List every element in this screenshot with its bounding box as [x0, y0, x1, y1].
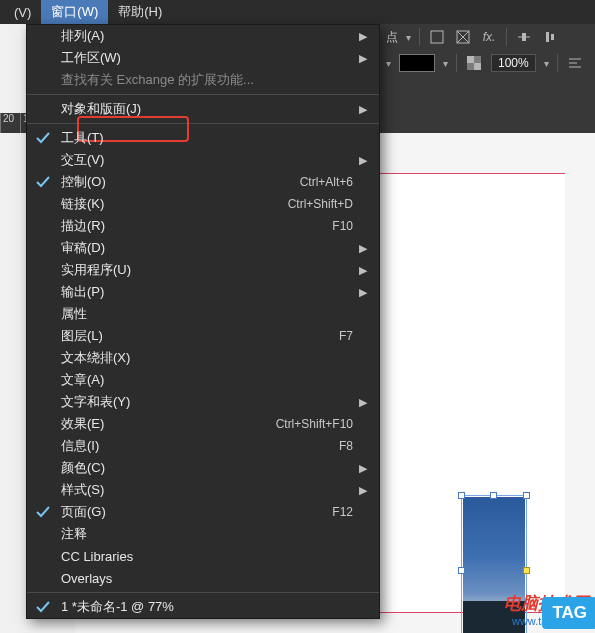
menu-item[interactable]: 颜色(C)▶: [27, 457, 379, 479]
submenu-arrow-icon: ▶: [359, 396, 367, 409]
submenu-arrow-icon: ▶: [359, 30, 367, 43]
menu-item[interactable]: CC Libraries: [27, 545, 379, 567]
menu-item[interactable]: 1 *未命名-1 @ 77%: [27, 596, 379, 618]
menu-item[interactable]: 工作区(W)▶: [27, 47, 379, 69]
submenu-arrow-icon: ▶: [359, 154, 367, 167]
chevron-down-icon[interactable]: ▾: [544, 58, 549, 69]
menu-label: 文字和表(Y): [61, 393, 359, 411]
menu-item[interactable]: 工具(T): [27, 127, 379, 149]
submenu-arrow-icon: ▶: [359, 264, 367, 277]
menu-label: 信息(I): [61, 437, 339, 455]
menu-item[interactable]: 对象和版面(J)▶: [27, 98, 379, 120]
menu-label: 页面(G): [61, 503, 332, 521]
menu-item[interactable]: 文本绕排(X): [27, 347, 379, 369]
svg-rect-10: [474, 63, 481, 70]
menu-item[interactable]: 属性: [27, 303, 379, 325]
menu-label: 工具(T): [61, 129, 359, 147]
text-align-icon[interactable]: [566, 54, 584, 72]
menu-label: 实用程序(U): [61, 261, 359, 279]
menu-separator: [27, 592, 379, 593]
menu-window[interactable]: 窗口(W): [41, 0, 108, 24]
frame-tool-icon[interactable]: [454, 28, 472, 46]
menu-item[interactable]: 图层(L)F7: [27, 325, 379, 347]
menu-label: 交互(V): [61, 151, 359, 169]
menu-label: 控制(O): [61, 173, 300, 191]
menu-shortcut: Ctrl+Shift+F10: [276, 417, 353, 431]
menu-label: 颜色(C): [61, 459, 359, 477]
window-menu-dropdown: 排列(A)▶工作区(W)▶查找有关 Exchange 的扩展功能...对象和版面…: [26, 24, 380, 619]
svg-rect-0: [431, 31, 443, 43]
main-menubar: (V) 窗口(W) 帮助(H): [0, 0, 595, 24]
menu-item[interactable]: 文字和表(Y)▶: [27, 391, 379, 413]
fill-color-well[interactable]: [399, 54, 435, 72]
menu-shortcut: F8: [339, 439, 353, 453]
menu-separator: [27, 123, 379, 124]
menu-label: CC Libraries: [61, 549, 359, 564]
menu-item[interactable]: 输出(P)▶: [27, 281, 379, 303]
menu-item[interactable]: 页面(G)F12: [27, 501, 379, 523]
menu-label: 描边(R): [61, 217, 332, 235]
menu-shortcut: F7: [339, 329, 353, 343]
menu-item[interactable]: 信息(I)F8: [27, 435, 379, 457]
menu-item[interactable]: 文章(A): [27, 369, 379, 391]
menu-shortcut: Ctrl+Alt+6: [300, 175, 353, 189]
menu-shortcut: F12: [332, 505, 353, 519]
menu-help[interactable]: 帮助(H): [108, 0, 172, 24]
menu-label: 1 *未命名-1 @ 77%: [61, 598, 359, 616]
menu-shortcut: F10: [332, 219, 353, 233]
rect-tool-icon[interactable]: [428, 28, 446, 46]
menu-label: 注释: [61, 525, 359, 543]
menu-item[interactable]: Overlays: [27, 567, 379, 589]
chevron-down-icon[interactable]: ▾: [443, 58, 448, 69]
menu-item: 查找有关 Exchange 的扩展功能...: [27, 69, 379, 91]
menu-label: 审稿(D): [61, 239, 359, 257]
submenu-arrow-icon: ▶: [359, 286, 367, 299]
ruler-tick: 20: [0, 113, 20, 133]
menu-item[interactable]: 效果(E)Ctrl+Shift+F10: [27, 413, 379, 435]
menu-item[interactable]: 链接(K)Ctrl+Shift+D: [27, 193, 379, 215]
svg-rect-5: [522, 33, 526, 41]
submenu-arrow-icon: ▶: [359, 462, 367, 475]
menu-label: 查找有关 Exchange 的扩展功能...: [61, 71, 359, 89]
svg-rect-6: [546, 32, 549, 42]
menu-shortcut: Ctrl+Shift+D: [288, 197, 353, 211]
menu-item[interactable]: 注释: [27, 523, 379, 545]
submenu-arrow-icon: ▶: [359, 484, 367, 497]
check-icon: [35, 174, 51, 190]
align-icon[interactable]: [541, 28, 559, 46]
menu-item[interactable]: 样式(S)▶: [27, 479, 379, 501]
menu-label: 图层(L): [61, 327, 339, 345]
menu-item[interactable]: 实用程序(U)▶: [27, 259, 379, 281]
menu-label: 链接(K): [61, 195, 288, 213]
menu-label: 输出(P): [61, 283, 359, 301]
zoom-value[interactable]: 100%: [491, 54, 536, 72]
check-icon: [35, 130, 51, 146]
menu-label: Overlays: [61, 571, 359, 586]
menu-separator: [27, 94, 379, 95]
menu-item[interactable]: 交互(V)▶: [27, 149, 379, 171]
h-distribute-icon[interactable]: [515, 28, 533, 46]
menu-label: 对象和版面(J): [61, 100, 359, 118]
menu-item[interactable]: 控制(O)Ctrl+Alt+6: [27, 171, 379, 193]
menu-label: 排列(A): [61, 27, 359, 45]
submenu-arrow-icon: ▶: [359, 242, 367, 255]
chevron-down-icon[interactable]: ▾: [406, 32, 411, 43]
menu-label: 文章(A): [61, 371, 359, 389]
menu-v[interactable]: (V): [4, 2, 41, 23]
svg-rect-7: [551, 34, 554, 40]
watermark-tag: TAG: [542, 597, 595, 629]
options-bar: 点 ▾ fx. ▾ ▾ 100% ▾: [380, 24, 595, 114]
menu-item[interactable]: 描边(R)F10: [27, 215, 379, 237]
menu-label: 属性: [61, 305, 359, 323]
menu-label: 效果(E): [61, 415, 276, 433]
menu-item[interactable]: 审稿(D)▶: [27, 237, 379, 259]
submenu-arrow-icon: ▶: [359, 52, 367, 65]
check-icon: [35, 504, 51, 520]
chevron-down-icon[interactable]: ▾: [386, 58, 391, 69]
fx-icon[interactable]: fx.: [480, 28, 498, 46]
menu-item[interactable]: 排列(A)▶: [27, 25, 379, 47]
menu-label: 文本绕排(X): [61, 349, 359, 367]
opacity-grid-icon[interactable]: [465, 54, 483, 72]
svg-rect-9: [467, 56, 474, 63]
check-icon: [35, 599, 51, 615]
